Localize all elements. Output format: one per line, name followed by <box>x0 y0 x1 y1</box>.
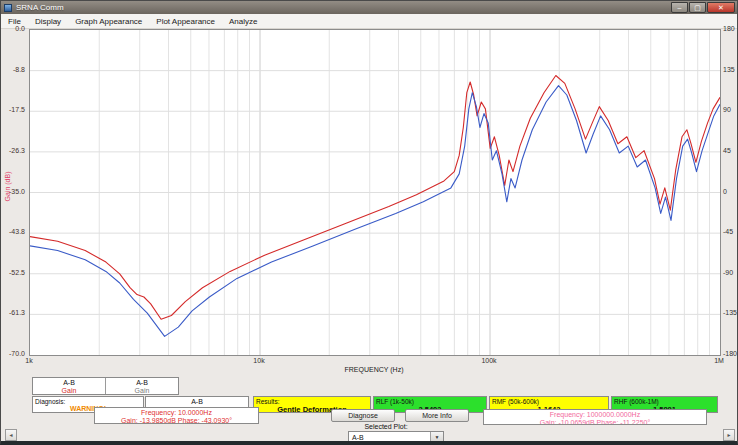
phase-tick-label: -180 <box>723 350 737 357</box>
scroll-right-icon[interactable]: ► <box>723 429 735 441</box>
trace-a-b-gain-red-trace- <box>30 76 720 320</box>
window-title: SRNA Comm <box>16 3 670 12</box>
menu-analyze[interactable]: Analyze <box>222 14 264 28</box>
phase-tick-label: 135 <box>723 66 735 73</box>
legend-entry-blue: A-B Gain <box>105 378 178 394</box>
menu-graph-appearance[interactable]: Graph Appearance <box>68 14 149 28</box>
legend-trace-name: Gain <box>106 387 178 395</box>
phase-tick-label: -135 <box>723 309 737 316</box>
selected-plot-value: A-B <box>349 434 430 441</box>
frequency-tick-label: 100k <box>481 357 496 364</box>
gain-tick-label: -35.0 <box>9 188 25 195</box>
title-bar[interactable]: SRNA Comm – ▢ ✕ <box>1 1 737 14</box>
legend-plot-name: A-B <box>106 379 178 387</box>
phase-tick-label: 45 <box>723 147 731 154</box>
trace-a-b-gain-blue-trace- <box>30 86 720 337</box>
legend-plot-name: A-B <box>33 379 105 387</box>
rlf-label: RLF (1k-50k) <box>376 398 484 405</box>
app-window: SRNA Comm – ▢ ✕ File Display Graph Appea… <box>0 0 738 445</box>
gain-tick-label: 0.0 <box>15 25 25 32</box>
phase-tick-label: 0 <box>723 188 727 195</box>
more-info-button[interactable]: More Info <box>405 409 469 422</box>
gain-tick-label: -70.0 <box>9 350 25 357</box>
readout-gain-phase: Gain: -13.9850dB Phase: -43.0930° <box>95 417 258 424</box>
maximize-button-icon[interactable]: ▢ <box>689 2 706 13</box>
legend-box: A-B Gain A-B Gain <box>32 377 179 395</box>
rhf-label: RHF (600k-1M) <box>614 398 715 405</box>
chevron-down-icon: ▼ <box>430 432 443 443</box>
phase-axis-ticks: 18013590450-45-90-135-180 <box>723 29 738 354</box>
menu-bar: File Display Graph Appearance Plot Appea… <box>1 14 737 29</box>
gain-axis-ticks: 0.0-8.8-17.5-26.3-35.0-43.8-52.5-61.3-70… <box>1 29 27 354</box>
phase-tick-label: -45 <box>723 228 733 235</box>
legend-trace-name: Gain <box>33 387 105 395</box>
cursor-readout-left: Frequency: 10.0000Hz Gain: -13.9850dB Ph… <box>94 407 259 424</box>
readout-gain-phase: Gain: -10.0659dB Phase: -11.2250° <box>484 419 706 426</box>
rmf-label: RMF (50k-600k) <box>492 398 606 405</box>
frequency-axis-title: FREQUENCY (Hz) <box>29 366 719 373</box>
plot-svg[interactable] <box>30 30 720 355</box>
menu-display[interactable]: Display <box>28 14 68 28</box>
frequency-tick-label: 1k <box>25 357 32 364</box>
gain-tick-label: -61.3 <box>9 309 25 316</box>
app-icon <box>4 4 12 12</box>
frequency-tick-label: 10k <box>253 357 264 364</box>
gain-tick-label: -52.5 <box>9 269 25 276</box>
cursor-readout-right: Frequency: 1000000.0000Hz Gain: -10.0659… <box>483 409 707 425</box>
plot-pair-line1: A-B <box>146 398 248 406</box>
phase-tick-label: -90 <box>723 269 733 276</box>
diagnosis-label: Diagnosis: <box>35 398 141 405</box>
legend-entry-red: A-B Gain <box>33 378 105 394</box>
diagnostics-panel: A-B Gain A-B Gain Diagnosis: WARNING! A-… <box>1 373 738 442</box>
diagnose-button[interactable]: Diagnose <box>331 409 395 422</box>
frequency-tick-label: 1M <box>714 357 724 364</box>
gain-tick-label: -43.8 <box>9 228 25 235</box>
phase-tick-label: 180 <box>723 25 735 32</box>
frequency-axis-ticks: 1k10k100k1M <box>29 357 719 366</box>
bode-plot-canvas[interactable] <box>29 29 721 356</box>
readout-frequency: Frequency: 1000000.0000Hz <box>484 411 706 419</box>
selected-plot-dropdown[interactable]: A-B ▼ <box>348 431 444 444</box>
close-button-icon[interactable]: ✕ <box>707 2 735 13</box>
gain-tick-label: -17.5 <box>9 106 25 113</box>
scroll-left-icon[interactable]: ◄ <box>5 429 17 441</box>
gain-tick-label: -8.8 <box>13 66 25 73</box>
minimize-button-icon[interactable]: – <box>671 2 688 13</box>
menu-plot-appearance[interactable]: Plot Appearance <box>149 14 222 28</box>
selected-plot-label: Selected Plot: <box>321 423 451 430</box>
readout-frequency: Frequency: 10.0000Hz <box>95 409 258 417</box>
gain-tick-label: -26.3 <box>9 147 25 154</box>
results-label: Results: <box>256 398 368 405</box>
phase-tick-label: 90 <box>723 106 731 113</box>
